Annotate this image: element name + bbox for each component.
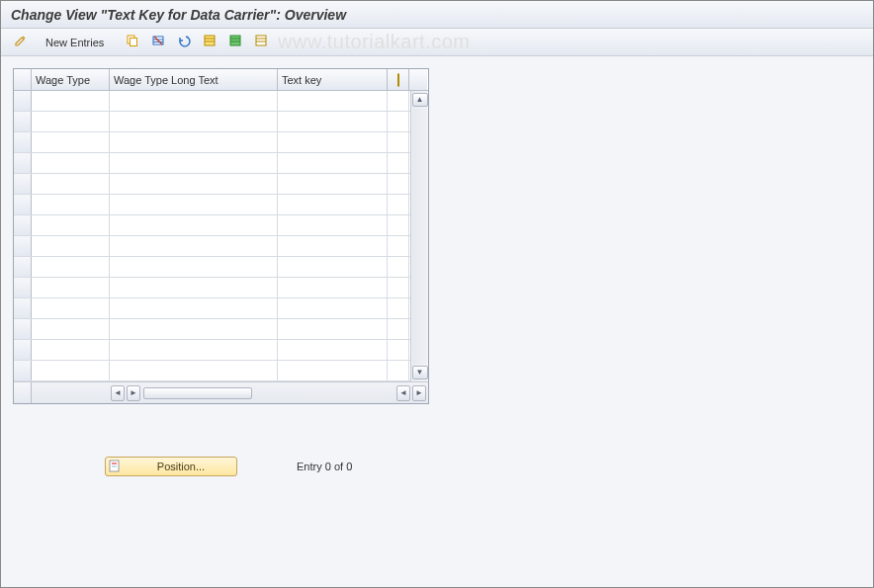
cell-text-key[interactable] bbox=[278, 298, 388, 318]
cell-text-key[interactable] bbox=[278, 132, 388, 152]
scroll-right-button[interactable]: ◄ bbox=[396, 385, 410, 401]
cell-trailing bbox=[388, 91, 409, 111]
cell-wage-type[interactable] bbox=[32, 215, 110, 235]
cell-text-key[interactable] bbox=[278, 195, 388, 214]
cell-wage-type[interactable] bbox=[32, 132, 110, 152]
position-button[interactable]: Position... bbox=[105, 457, 237, 476]
col-header-text-key[interactable]: Text key bbox=[278, 69, 388, 90]
vertical-scrollbar[interactable]: ▲ ▼ bbox=[410, 91, 428, 381]
cell-wage-type[interactable] bbox=[32, 361, 110, 380]
cell-wage-type-long-text[interactable] bbox=[110, 340, 278, 360]
horizontal-scrollbar[interactable]: ◄ ► ◄ ► bbox=[32, 382, 428, 403]
new-entries-button[interactable]: New Entries bbox=[37, 32, 113, 52]
cell-text-key[interactable] bbox=[278, 257, 388, 277]
triangle-left-icon: ◄ bbox=[114, 389, 122, 397]
cell-text-key[interactable] bbox=[278, 112, 388, 131]
cell-wage-type[interactable] bbox=[32, 153, 110, 173]
row-selector[interactable] bbox=[14, 278, 32, 297]
table-row bbox=[14, 298, 410, 319]
row-selector[interactable] bbox=[14, 91, 32, 111]
row-selector[interactable] bbox=[14, 215, 32, 235]
cell-wage-type-long-text[interactable] bbox=[110, 153, 278, 173]
row-selector[interactable] bbox=[14, 257, 32, 277]
deselect-all-button[interactable] bbox=[251, 33, 271, 52]
cell-wage-type[interactable] bbox=[32, 298, 110, 318]
row-selector[interactable] bbox=[14, 195, 32, 214]
cell-wage-type[interactable] bbox=[32, 319, 110, 339]
cell-wage-type-long-text[interactable] bbox=[110, 174, 278, 194]
cell-trailing bbox=[388, 319, 409, 339]
cell-trailing bbox=[388, 278, 409, 297]
cell-wage-type[interactable] bbox=[32, 236, 110, 256]
scroll-up-button[interactable]: ▲ bbox=[412, 93, 428, 107]
col-header-wage-type[interactable]: Wage Type bbox=[32, 69, 110, 90]
row-selector[interactable] bbox=[14, 298, 32, 318]
cell-trailing bbox=[388, 112, 409, 131]
undo-button[interactable] bbox=[174, 33, 194, 52]
scroll-left2-button[interactable]: ► bbox=[127, 385, 140, 401]
hscroll-corner-left bbox=[14, 382, 32, 403]
page-title: Change View "Text Key for Data Carrier":… bbox=[11, 7, 346, 23]
col-header-wage-type-long-text[interactable]: Wage Type Long Text bbox=[110, 69, 278, 90]
cell-wage-type-long-text[interactable] bbox=[110, 319, 278, 339]
cell-wage-type-long-text[interactable] bbox=[110, 361, 278, 380]
cell-wage-type-long-text[interactable] bbox=[110, 257, 278, 277]
cell-text-key[interactable] bbox=[278, 278, 388, 297]
watermark-text: www.tutorialkart.com bbox=[278, 31, 471, 53]
cell-wage-type-long-text[interactable] bbox=[110, 215, 278, 235]
cell-text-key[interactable] bbox=[278, 319, 388, 339]
cell-trailing bbox=[388, 153, 409, 173]
toggle-display-change-button[interactable] bbox=[11, 33, 31, 52]
select-all-button[interactable] bbox=[200, 33, 219, 52]
row-selector-header[interactable] bbox=[14, 69, 32, 90]
cell-wage-type-long-text[interactable] bbox=[110, 236, 278, 256]
cell-wage-type-long-text[interactable] bbox=[110, 132, 278, 152]
cell-text-key[interactable] bbox=[278, 215, 388, 235]
scroll-down-button[interactable]: ▼ bbox=[412, 366, 428, 379]
cell-trailing bbox=[388, 236, 409, 256]
cell-wage-type-long-text[interactable] bbox=[110, 112, 278, 131]
cell-wage-type[interactable] bbox=[32, 174, 110, 194]
row-selector[interactable] bbox=[14, 153, 32, 173]
select-block-button[interactable] bbox=[225, 33, 245, 52]
cell-text-key[interactable] bbox=[278, 361, 388, 380]
cell-wage-type[interactable] bbox=[32, 340, 110, 360]
cell-text-key[interactable] bbox=[278, 153, 388, 173]
copy-icon bbox=[126, 34, 139, 50]
table-row bbox=[14, 236, 410, 257]
copy-button[interactable] bbox=[123, 33, 142, 52]
horizontal-scroll-thumb[interactable] bbox=[143, 387, 252, 399]
cell-wage-type[interactable] bbox=[32, 195, 110, 214]
cell-wage-type-long-text[interactable] bbox=[110, 91, 278, 111]
row-selector[interactable] bbox=[14, 132, 32, 152]
cell-trailing bbox=[388, 257, 409, 277]
cell-wage-type[interactable] bbox=[32, 112, 110, 131]
row-selector[interactable] bbox=[14, 361, 32, 380]
cell-trailing bbox=[388, 132, 409, 152]
row-selector[interactable] bbox=[14, 236, 32, 256]
table-settings-button[interactable] bbox=[388, 69, 409, 90]
row-selector[interactable] bbox=[14, 174, 32, 194]
cell-wage-type-long-text[interactable] bbox=[110, 195, 278, 214]
scroll-left-button[interactable]: ◄ bbox=[111, 385, 125, 401]
vertical-scroll-track[interactable] bbox=[413, 109, 427, 364]
row-selector[interactable] bbox=[14, 112, 32, 131]
triangle-right-icon: ► bbox=[130, 389, 137, 397]
cell-text-key[interactable] bbox=[278, 174, 388, 194]
cell-wage-type[interactable] bbox=[32, 257, 110, 277]
entry-count-text: Entry 0 of 0 bbox=[297, 461, 352, 472]
row-selector[interactable] bbox=[14, 340, 32, 360]
cell-wage-type-long-text[interactable] bbox=[110, 298, 278, 318]
table-row bbox=[14, 361, 410, 381]
delete-row-button[interactable] bbox=[148, 33, 168, 52]
cell-text-key[interactable] bbox=[278, 91, 388, 111]
cell-wage-type[interactable] bbox=[32, 91, 110, 111]
cell-wage-type[interactable] bbox=[32, 278, 110, 297]
scroll-right2-button[interactable]: ► bbox=[412, 385, 426, 401]
cell-trailing bbox=[388, 174, 409, 194]
cell-text-key[interactable] bbox=[278, 236, 388, 256]
cell-wage-type-long-text[interactable] bbox=[110, 278, 278, 297]
table-row bbox=[14, 215, 410, 236]
cell-text-key[interactable] bbox=[278, 340, 388, 360]
row-selector[interactable] bbox=[14, 319, 32, 339]
